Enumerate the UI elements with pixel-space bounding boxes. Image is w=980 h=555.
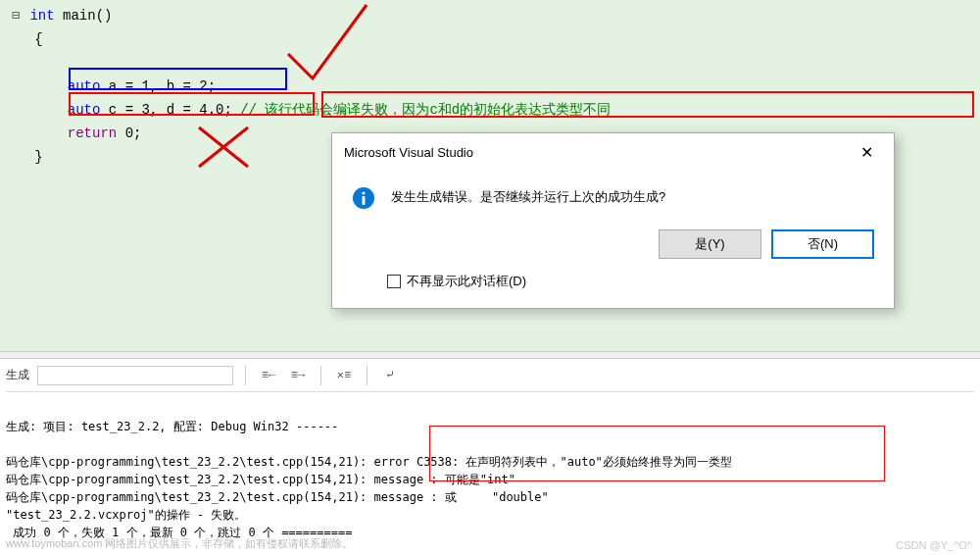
dialog-message: 发生生成错误。是否继续并运行上次的成功生成?	[391, 186, 665, 210]
output-line: "test_23_2.2.vcxproj"的操作 - 失败。	[6, 508, 246, 522]
watermark-left: www.toymoban.com 网络图片仅供展示，非存储，如有侵权请联系删除。	[6, 536, 353, 551]
dialog-title-text: Microsoft Visual Studio	[344, 145, 473, 160]
no-button[interactable]: 否(N)	[771, 229, 874, 259]
yes-button[interactable]: 是(Y)	[659, 229, 761, 259]
dont-show-checkbox[interactable]	[387, 275, 401, 288]
output-panel: 生成 ≡← ≡→ ✕≡ ⤶ 生成: 项目: test_23_2.2, 配置: D…	[0, 359, 980, 555]
output-source-dropdown[interactable]	[37, 366, 233, 385]
annotation-red-box-comment	[321, 91, 974, 118]
toolbar-separator	[320, 366, 321, 385]
svg-point-1	[362, 191, 365, 194]
info-icon	[352, 186, 375, 210]
checkbox-label: 不再显示此对话框(D)	[407, 273, 526, 290]
outline-collapse-icon[interactable]: ⊟	[10, 4, 22, 27]
annotation-red-box-code	[69, 92, 315, 116]
indent-left-icon[interactable]: ≡←	[258, 365, 279, 386]
annotation-blue-box	[69, 68, 287, 90]
error-dialog: Microsoft Visual Studio ✕ 发生生成错误。是否继续并运行…	[331, 132, 895, 309]
output-line: 生成: 项目: test_23_2.2, 配置: Debug Win32 ---…	[6, 420, 338, 433]
output-toolbar: 生成 ≡← ≡→ ✕≡ ⤶	[6, 363, 974, 392]
close-icon[interactable]: ✕	[851, 139, 882, 165]
toolbar-separator	[245, 366, 246, 385]
code-line-2: {	[10, 27, 980, 51]
clear-icon[interactable]: ✕≡	[333, 365, 355, 386]
toolbar-separator	[367, 366, 368, 385]
dialog-titlebar[interactable]: Microsoft Visual Studio ✕	[332, 133, 894, 171]
output-label: 生成	[6, 367, 29, 383]
panel-divider	[0, 351, 980, 359]
output-line: 码仓库\cpp-programming\test_23_2.2\test.cpp…	[6, 490, 549, 504]
annotation-error-box	[429, 426, 885, 481]
indent-right-icon[interactable]: ≡→	[287, 365, 309, 386]
code-line-1: ⊟ int main()	[10, 4, 980, 27]
watermark-right: CSDN @Y_^O^	[896, 539, 972, 551]
svg-rect-2	[363, 196, 366, 205]
wrap-icon[interactable]: ⤶	[379, 365, 401, 386]
